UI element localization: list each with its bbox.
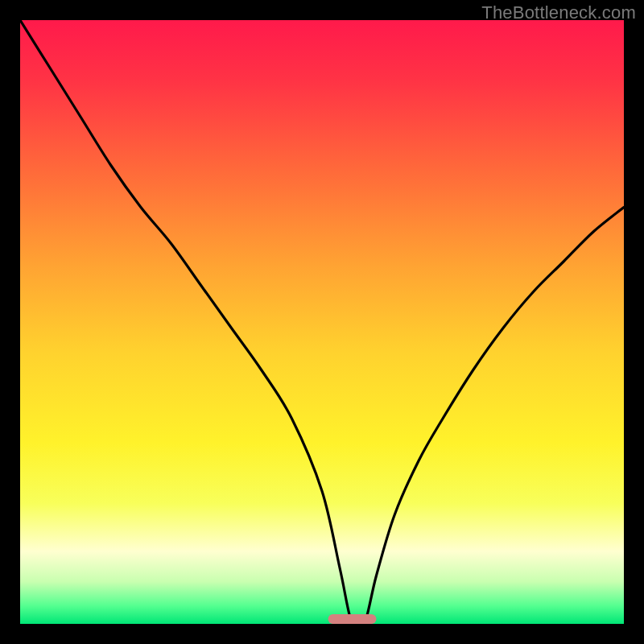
bottleneck-chart [20, 20, 624, 624]
optimal-marker [328, 614, 377, 624]
gradient-background [20, 20, 624, 624]
watermark-text: TheBottleneck.com [481, 2, 636, 23]
chart-frame: TheBottleneck.com [0, 0, 644, 644]
plot-area [20, 20, 624, 624]
